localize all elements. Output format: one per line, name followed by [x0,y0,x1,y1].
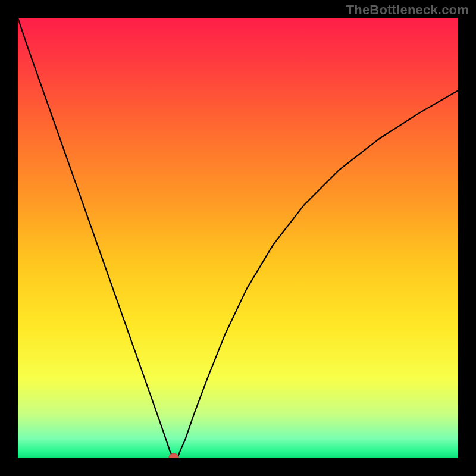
gradient-background [18,18,458,458]
plot-area [18,18,458,458]
chart-frame: TheBottleneck.com [0,0,476,476]
watermark-text: TheBottleneck.com [346,2,469,18]
chart-svg [18,18,458,458]
